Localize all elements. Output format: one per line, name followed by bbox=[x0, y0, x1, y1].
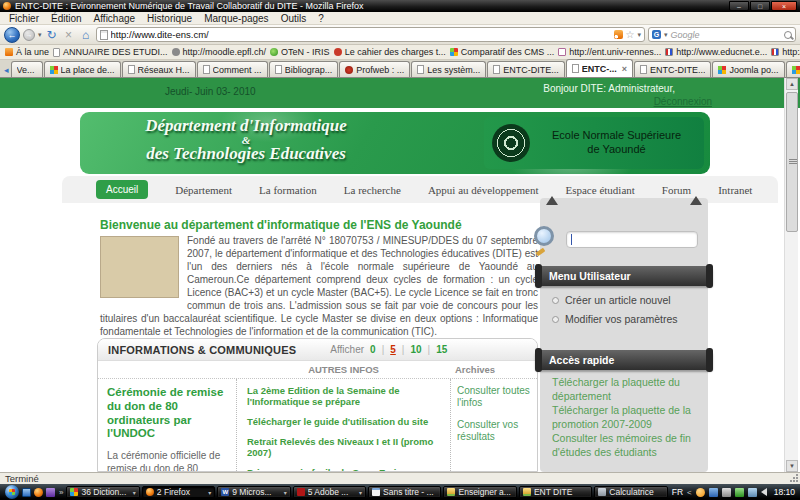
tab[interactable]: Profweb : ... bbox=[339, 61, 410, 77]
bookmark-item[interactable]: http://ent.univ-rennes... bbox=[558, 47, 661, 57]
taskbar-button-notepad[interactable]: Sans titre - ... bbox=[368, 486, 441, 498]
scroll-up-icon[interactable]: ▲ bbox=[786, 78, 798, 90]
google-engine-icon[interactable]: G bbox=[652, 30, 661, 39]
taskbar-button-word[interactable]: W 9 Micros... ▾ bbox=[217, 486, 290, 498]
tab[interactable]: Joomla po... bbox=[712, 61, 784, 77]
sidebar-item-modifier-parametres[interactable]: Modifier vos paramètres bbox=[552, 313, 678, 325]
forward-button[interactable]: → bbox=[23, 29, 35, 41]
quicklaunch-overflow-icon[interactable]: » bbox=[59, 488, 63, 497]
sidebar-item-creer-article[interactable]: Créer un article nouvel bbox=[552, 294, 671, 306]
tab-scroll-left-icon[interactable]: ◂ bbox=[2, 65, 11, 77]
tab[interactable]: ENTC-DITE... bbox=[487, 61, 565, 77]
start-button[interactable] bbox=[5, 485, 19, 499]
afficher-option-0[interactable]: 0 bbox=[370, 344, 376, 355]
nav-espace-etudiant[interactable]: Espace étudiant bbox=[565, 184, 634, 196]
sidebar-link-plaquette-departement[interactable]: Télécharger la plaquette du département bbox=[552, 376, 700, 403]
search-box[interactable]: G ▾ Google bbox=[648, 27, 796, 42]
menu-help[interactable]: ? bbox=[313, 13, 329, 24]
menu-affichage[interactable]: Affichage bbox=[89, 13, 141, 24]
tab[interactable]: ENTC-DITE... bbox=[634, 61, 712, 77]
tray-collapse-icon[interactable]: < bbox=[687, 488, 692, 497]
url-bar[interactable]: http://www.dite-ens.cm/ ☆ ▾ bbox=[96, 27, 645, 42]
page-scrollbar[interactable]: ▲ ▼ bbox=[784, 78, 798, 472]
tab[interactable]: Ve... bbox=[11, 61, 43, 77]
bookmark-item[interactable]: OTeN - IRIS bbox=[270, 47, 330, 57]
search-icon[interactable] bbox=[784, 31, 792, 39]
archives-link[interactable]: Consulter toutes l'infos bbox=[457, 385, 531, 409]
menu-outils[interactable]: Outils bbox=[276, 13, 312, 24]
tab[interactable]: Mise à jour... bbox=[786, 61, 800, 77]
sidebar-link-memoires[interactable]: Consulter les mémoires de fin d'études d… bbox=[552, 432, 700, 459]
nav-la-formation[interactable]: La formation bbox=[259, 184, 317, 196]
resize-grip[interactable] bbox=[789, 473, 799, 483]
taskbar-button-adobe[interactable]: 5 Adobe ... ▾ bbox=[293, 486, 366, 498]
bookmark-item[interactable]: Le cahier des charges t... bbox=[334, 47, 446, 57]
logout-link[interactable]: Déconnexion bbox=[654, 96, 712, 107]
nav-forum[interactable]: Forum bbox=[662, 184, 691, 196]
taskbar-button-calculatrice[interactable]: Calculatrice bbox=[594, 486, 667, 498]
menu-historique[interactable]: Historique bbox=[142, 13, 197, 24]
rss-feed-icon[interactable] bbox=[614, 30, 623, 39]
sidebar-search-input[interactable] bbox=[566, 231, 698, 248]
menu-marque-pages[interactable]: Marque-pages bbox=[199, 13, 273, 24]
display-tray-icon[interactable] bbox=[722, 488, 731, 497]
restore-button[interactable]: □ bbox=[750, 1, 770, 11]
url-text[interactable]: http://www.dite-ens.cm/ bbox=[111, 29, 611, 40]
sidebar-link-plaquette-promotion[interactable]: Télécharger la plaquette de la promotion… bbox=[552, 404, 700, 431]
nav-accueil[interactable]: Accueil bbox=[96, 180, 148, 199]
autres-link[interactable]: Retrait Relevés des Niveaux I et II (pro… bbox=[247, 436, 440, 458]
volume-icon[interactable] bbox=[761, 488, 767, 496]
scroll-down-icon[interactable]: ▼ bbox=[786, 460, 798, 472]
bookmark-item[interactable]: http://www.educnet.e... bbox=[665, 47, 767, 57]
taskbar-button-enseigner[interactable]: Enseigner a... bbox=[443, 486, 516, 498]
autres-link[interactable]: Télécharger le guide d'utilisation du si… bbox=[247, 416, 440, 427]
nav-departement[interactable]: Département bbox=[175, 184, 232, 196]
stop-icon[interactable]: × bbox=[62, 27, 76, 43]
taskbar-button-ent-dite[interactable]: ENT DITE bbox=[519, 486, 592, 498]
usb-tray-icon[interactable] bbox=[735, 488, 744, 497]
search-placeholder[interactable]: Google bbox=[671, 30, 781, 40]
menu-edition[interactable]: Édition bbox=[46, 13, 87, 24]
afficher-option-15[interactable]: 15 bbox=[436, 344, 447, 355]
bookmark-item[interactable]: http://moodle.epfl.ch/ bbox=[172, 47, 267, 57]
taskbar-button-firefox[interactable]: 2 Firefox ▾ bbox=[142, 486, 215, 498]
tab[interactable]: Bibliograp... bbox=[269, 61, 339, 77]
minimize-button[interactable]: – bbox=[729, 1, 749, 11]
afficher-option-5[interactable]: 5 bbox=[390, 344, 396, 355]
reload-icon[interactable]: ↻ bbox=[45, 27, 59, 43]
home-icon[interactable]: ⌂ bbox=[79, 27, 93, 43]
tab-close-icon[interactable]: × bbox=[622, 64, 627, 74]
engine-dropdown-icon[interactable]: ▾ bbox=[664, 31, 668, 39]
back-button[interactable]: ← bbox=[4, 27, 20, 43]
show-desktop-icon[interactable] bbox=[22, 488, 31, 497]
tab[interactable]: La place de... bbox=[44, 61, 121, 77]
bookmark-item[interactable]: http://www.educnet.e... bbox=[771, 47, 800, 57]
bookmark-star-icon[interactable]: ☆ bbox=[626, 30, 635, 40]
network-tray-icon[interactable] bbox=[748, 488, 757, 497]
tab[interactable]: Réseaux H... bbox=[122, 61, 196, 77]
bookmark-item[interactable]: Comparatif des CMS ... bbox=[450, 47, 555, 57]
nav-la-recherche[interactable]: La recherche bbox=[344, 184, 401, 196]
firefox-quicklaunch-icon[interactable] bbox=[34, 488, 43, 497]
bookmark-item[interactable]: ANNUAIRE DES ETUDI... bbox=[53, 47, 168, 57]
close-button[interactable]: × bbox=[771, 1, 797, 11]
tab[interactable]: Comment ... bbox=[197, 61, 268, 77]
nav-intranet[interactable]: Intranet bbox=[718, 184, 752, 196]
afficher-option-10[interactable]: 10 bbox=[410, 344, 421, 355]
quicklaunch-icon[interactable] bbox=[46, 488, 55, 497]
menu-fichier[interactable]: Fichier bbox=[4, 13, 44, 24]
featured-title[interactable]: Cérémonie de remise du don de 80 ordinat… bbox=[107, 386, 227, 441]
archives-link[interactable]: Consulter vos résultats bbox=[457, 419, 531, 443]
messenger-tray-icon[interactable] bbox=[696, 488, 705, 497]
nav-appui-developpement[interactable]: Appui au développement bbox=[428, 184, 539, 196]
taskbar-button-dictionnaire[interactable]: 36 Diction... ▾ bbox=[66, 486, 139, 498]
tab-active[interactable]: ENTC-...× bbox=[566, 59, 633, 77]
tray-icon[interactable] bbox=[709, 488, 718, 497]
tab[interactable]: Les systèm... bbox=[411, 61, 486, 77]
scrollbar-thumb[interactable] bbox=[786, 92, 798, 232]
urlbar-dropdown-icon[interactable]: ▾ bbox=[637, 31, 641, 39]
autres-link[interactable]: La 2ème Edition de la Semaine de l'Infor… bbox=[247, 385, 440, 407]
language-indicator[interactable]: FR bbox=[672, 487, 683, 497]
history-dropdown-icon[interactable]: ▾ bbox=[38, 31, 42, 39]
bookmark-item[interactable]: À la une bbox=[5, 47, 49, 57]
